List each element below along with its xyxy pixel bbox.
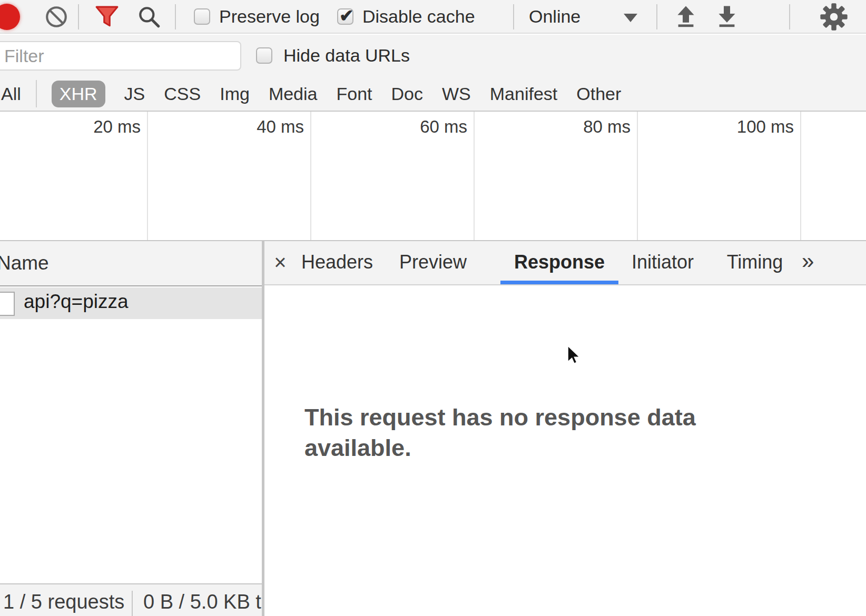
- export-har-button[interactable]: [714, 4, 740, 29]
- transfer-size: 0 B / 5.0 KB transferred: [143, 591, 262, 613]
- toolbar-divider: [78, 4, 79, 29]
- disable-cache-checkbox[interactable]: [337, 8, 353, 25]
- funnel-icon: [95, 5, 119, 29]
- filter-input[interactable]: [0, 41, 241, 71]
- request-doc-icon: [0, 292, 15, 316]
- type-filter-media[interactable]: Media: [269, 84, 318, 104]
- status-divider: [132, 591, 133, 616]
- transfer-size-value: 0 B / 5.0 KB: [143, 591, 250, 613]
- detail-tab-timing[interactable]: Timing: [727, 241, 783, 284]
- toolbar-divider: [513, 4, 514, 29]
- status-bar: 1 / 5 requests 0 B / 5.0 KB transferred: [0, 583, 262, 616]
- toolbar-divider: [175, 4, 176, 29]
- download-icon: [714, 4, 740, 29]
- preserve-log-label: Preserve log: [219, 0, 320, 34]
- timeline-gridline: [310, 112, 311, 240]
- gear-icon: [820, 3, 848, 31]
- settings-button[interactable]: [820, 3, 848, 31]
- name-column-header[interactable]: Name: [0, 241, 262, 286]
- timeline-tick-label: 100 ms: [662, 117, 794, 137]
- clear-requests-button[interactable]: [44, 5, 68, 29]
- caret-down-icon[interactable]: [624, 14, 637, 22]
- type-filter-other[interactable]: Other: [576, 84, 621, 104]
- request-detail-panel: × » HeadersPreviewResponseInitiatorTimin…: [264, 241, 866, 616]
- timeline-overview[interactable]: 20 ms40 ms60 ms80 ms100 ms: [0, 112, 866, 241]
- timeline-tick-label: 20 ms: [9, 117, 141, 137]
- type-filter-doc[interactable]: Doc: [391, 84, 423, 104]
- more-tabs-icon[interactable]: »: [802, 241, 814, 284]
- request-type-filters: AllXHRJSCSSImgMediaFontDocWSManifestOthe…: [0, 77, 866, 112]
- toolbar-divider: [789, 4, 790, 29]
- import-har-button[interactable]: [673, 4, 698, 29]
- type-filter-img[interactable]: Img: [220, 84, 250, 104]
- type-filter-divider: [36, 80, 37, 107]
- detail-tab-response[interactable]: Response: [514, 241, 605, 284]
- no-response-message: This request has no response data availa…: [304, 402, 768, 463]
- magnifier-icon: [137, 5, 161, 29]
- hide-data-urls-checkbox[interactable]: [256, 47, 272, 64]
- type-filter-font[interactable]: Font: [337, 84, 372, 104]
- type-filter-all[interactable]: All: [1, 84, 21, 104]
- filter-toggle-button[interactable]: [95, 5, 119, 29]
- filter-bar: Hide data URLs: [0, 35, 866, 77]
- requests-panel: Name api?q=pizza 1 / 5 requests 0 B / 5.…: [0, 241, 262, 616]
- detail-tab-initiator[interactable]: Initiator: [632, 241, 694, 284]
- network-toolbar: Preserve log Disable cache Online: [0, 0, 866, 34]
- preserve-log-checkbox[interactable]: [194, 8, 210, 25]
- close-icon[interactable]: ×: [269, 241, 292, 284]
- detail-tab-preview[interactable]: Preview: [399, 241, 467, 284]
- timeline-tick-label: 40 ms: [172, 117, 304, 137]
- timeline-gridline: [147, 112, 148, 240]
- request-list: api?q=pizza: [0, 287, 262, 319]
- timeline-tick-label: 80 ms: [499, 117, 631, 137]
- type-filter-manifest[interactable]: Manifest: [490, 84, 558, 104]
- type-filter-js[interactable]: JS: [124, 84, 145, 104]
- timeline-gridline: [800, 112, 801, 240]
- mouse-cursor: [567, 345, 582, 364]
- hide-data-urls-label: Hide data URLs: [283, 35, 410, 77]
- search-button[interactable]: [137, 5, 161, 29]
- record-button[interactable]: [0, 4, 20, 30]
- block-icon: [44, 5, 68, 29]
- transfer-size-suffix: transferred: [255, 591, 262, 613]
- type-filter-ws[interactable]: WS: [442, 84, 471, 104]
- timeline-gridline: [474, 112, 475, 240]
- timeline-gridline: [637, 112, 638, 240]
- requests-count: 1 / 5 requests: [3, 591, 124, 613]
- throttling-select[interactable]: Online: [529, 0, 580, 34]
- type-filter-xhr[interactable]: XHR: [52, 81, 105, 107]
- timeline-tick-label: 60 ms: [336, 117, 467, 137]
- upload-icon: [673, 4, 698, 29]
- detail-tabstrip: × » HeadersPreviewResponseInitiatorTimin…: [264, 241, 866, 285]
- arrow-cursor-icon: [567, 345, 582, 364]
- request-name: api?q=pizza: [24, 291, 129, 313]
- detail-tab-headers[interactable]: Headers: [301, 241, 373, 284]
- toolbar-divider: [656, 4, 657, 29]
- disable-cache-label: Disable cache: [362, 0, 475, 34]
- devtools-network-panel: Preserve log Disable cache Online: [0, 0, 866, 616]
- request-row[interactable]: api?q=pizza: [0, 287, 262, 319]
- type-filter-css[interactable]: CSS: [164, 84, 201, 104]
